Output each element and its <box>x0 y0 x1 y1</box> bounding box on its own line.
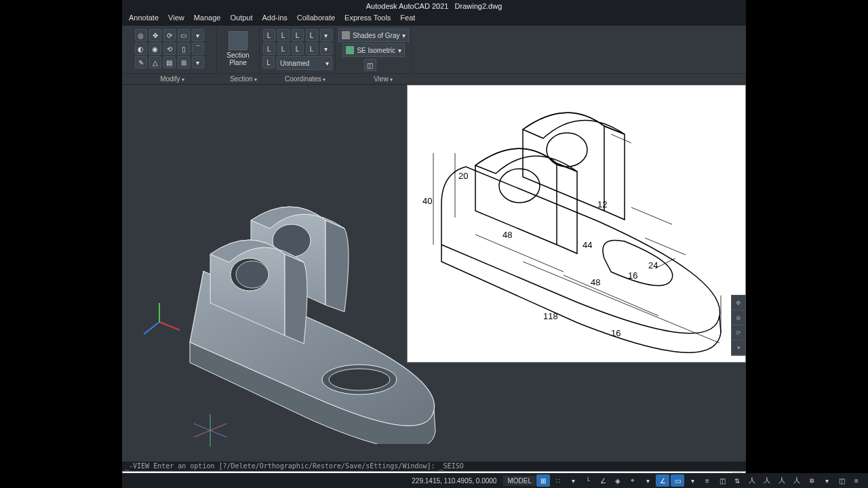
gizmo-icon[interactable]: 人 <box>775 474 789 487</box>
visual-style-label: Shades of Gray <box>353 32 399 39</box>
view-manager-icon[interactable]: ◫ <box>364 59 376 71</box>
panel-label-coordinates[interactable]: Coordinates <box>264 74 346 84</box>
menu-collaborate[interactable]: Collaborate <box>297 14 335 26</box>
menu-annotate[interactable]: Annotate <box>129 14 159 26</box>
dynamic-ucs-icon[interactable]: ▭ <box>671 474 684 487</box>
nav-orbit-icon[interactable]: ⟳ <box>732 325 745 340</box>
menu-addins[interactable]: Add-ins <box>262 14 288 26</box>
workspace-icon[interactable]: ✲ <box>805 474 818 487</box>
rendered-3d-model <box>149 152 441 444</box>
array-icon[interactable]: ▯ <box>178 43 190 55</box>
section-plane-label: Section Plane <box>226 52 249 66</box>
panel-label-modify[interactable]: Modify <box>122 74 222 84</box>
3dosnap-icon[interactable]: ▾ <box>641 474 654 487</box>
explode-icon[interactable]: ⊞ <box>178 56 190 68</box>
fillet-icon[interactable]: ⌒ <box>192 43 204 55</box>
menu-manage[interactable]: Manage <box>194 14 221 26</box>
command-history: _-VIEW Enter an option [?/Delete/Orthogr… <box>122 462 746 471</box>
nav-more-icon[interactable]: ▾ <box>732 340 745 355</box>
view-preset-swatch-icon <box>346 46 354 54</box>
osnap-toggle-icon[interactable]: ⌖ <box>626 474 639 487</box>
ucs-y-icon[interactable]: L <box>277 43 290 55</box>
ucs-icon[interactable]: L <box>263 29 275 41</box>
svg-line-21 <box>655 258 675 268</box>
move-icon[interactable]: ✥ <box>149 29 161 41</box>
3d-snap-icon[interactable]: 人 <box>745 474 759 487</box>
mirror-icon[interactable]: ▭ <box>178 29 190 41</box>
isodraft-toggle-icon[interactable]: ◈ <box>611 474 625 487</box>
svg-point-12 <box>499 169 540 203</box>
dim-48a: 48 <box>502 230 512 240</box>
ucs-named-label: Unnamed <box>280 60 309 67</box>
dim-16a: 16 <box>628 270 637 281</box>
ucs-view-icon[interactable]: L <box>306 29 318 41</box>
panel-label-section[interactable]: Section <box>222 74 264 84</box>
intersect-icon[interactable]: ✎ <box>135 56 147 68</box>
svg-line-19 <box>631 207 672 224</box>
reference-drawing: 20 40 48 48 118 12 44 24 16 16 <box>407 85 746 363</box>
dim-16b: 16 <box>611 328 620 338</box>
grid-toggle-icon[interactable]: ⊞ <box>536 474 550 487</box>
rotate-icon[interactable]: ⟳ <box>163 29 176 41</box>
ortho-toggle-icon[interactable]: └ <box>581 474 595 487</box>
cycling-icon[interactable]: ⇅ <box>730 474 744 487</box>
panel-modify: ◎ ✥ ⟳ ▭ ▾ ◐ ◉ ⟲ ▯ ⌒ ✎ △ ▤ ⊞ <box>122 27 217 73</box>
scale-icon[interactable]: ▾ <box>192 29 204 41</box>
ucs-more-icon[interactable]: ▾ <box>320 43 332 55</box>
ucs-named-icon[interactable]: L <box>262 56 275 68</box>
polar-toggle-icon[interactable]: ∠ <box>596 474 610 487</box>
menu-featured[interactable]: Feat <box>400 14 415 26</box>
filter-icon[interactable]: 人 <box>760 474 774 487</box>
drawing-canvas[interactable]: 20 40 48 48 118 12 44 24 16 16 ✥ ⊕ ⟳ ▾ <box>122 85 746 462</box>
offset-icon[interactable]: ▤ <box>163 56 176 68</box>
panel-coordinates: L L L L ▾ L L L L ▾ L Unnamed <box>260 27 336 73</box>
view-preset-combo[interactable]: SE Isometric ▾ <box>342 43 405 57</box>
svg-line-18 <box>611 134 631 143</box>
dim-48b: 48 <box>591 277 600 287</box>
model-space-button[interactable]: MODEL <box>503 476 536 486</box>
nav-zoom-icon[interactable]: ⊕ <box>732 310 745 325</box>
status-bar: 229.1415, 110.4905, 0.0000 MODEL ⊞ ∷ ▾ └… <box>122 473 868 488</box>
ucs-x-icon[interactable]: L <box>263 43 275 55</box>
more-status-icon[interactable]: ▾ <box>566 474 580 487</box>
otrack-toggle-icon[interactable]: ∠ <box>656 474 669 487</box>
svg-line-15 <box>475 235 564 272</box>
svg-line-17 <box>523 262 719 343</box>
workspace-more-icon[interactable]: ▾ <box>820 474 833 487</box>
ucs-origin-icon[interactable]: ▾ <box>320 29 332 41</box>
union-icon[interactable]: ◎ <box>135 29 147 41</box>
lineweight-icon[interactable]: ≡ <box>701 474 714 487</box>
panel-view: Shades of Gray ▾ SE Isometric ▾ ◫ <box>336 27 412 73</box>
section-plane-button[interactable]: Section Plane <box>220 28 256 69</box>
copy-icon[interactable]: ◉ <box>149 43 161 55</box>
menubar: Annotate View Manage Output Add-ins Coll… <box>122 14 746 26</box>
ucs-z-icon[interactable]: L <box>292 43 304 55</box>
view-preset-label: SE Isometric <box>357 47 395 54</box>
menu-express-tools[interactable]: Express Tools <box>344 14 391 26</box>
crosshair-icon <box>190 410 231 451</box>
nav-pan-icon[interactable]: ✥ <box>732 296 745 310</box>
stretch-icon[interactable]: ▾ <box>192 56 204 68</box>
ucs-world-icon[interactable]: L <box>277 29 290 41</box>
panel-label-view[interactable]: View <box>346 74 420 84</box>
dyn-input-icon[interactable]: ▾ <box>686 474 699 487</box>
coordinates-readout: 229.1415, 110.4905, 0.0000 <box>412 477 496 485</box>
file-name: Drawing2.dwg <box>455 2 502 10</box>
ucs-prev-icon[interactable]: L <box>306 43 318 55</box>
subtract-icon[interactable]: ◐ <box>135 43 147 55</box>
dim-118: 118 <box>543 311 558 321</box>
ucs-face-icon[interactable]: L <box>292 29 304 41</box>
menu-view[interactable]: View <box>168 14 184 26</box>
ucs-named-combo[interactable]: Unnamed ▾ <box>277 56 332 70</box>
snap-toggle-icon[interactable]: ∷ <box>551 474 565 487</box>
ribbon: ◎ ✥ ⟳ ▭ ▾ ◐ ◉ ⟲ ▯ ⌒ ✎ △ ▤ ⊞ <box>122 26 746 85</box>
quick-props-icon[interactable]: ◫ <box>835 474 848 487</box>
annotation-icon[interactable]: 人 <box>790 474 804 487</box>
menu-output[interactable]: Output <box>230 14 252 26</box>
visual-style-combo[interactable]: Shades of Gray ▾ <box>338 28 409 42</box>
erase-icon[interactable]: △ <box>149 56 161 68</box>
customize-icon[interactable]: ≡ <box>850 474 863 487</box>
dim-44: 44 <box>583 240 592 250</box>
transparency-icon[interactable]: ◫ <box>715 474 729 487</box>
align-icon[interactable]: ⟲ <box>163 43 176 55</box>
